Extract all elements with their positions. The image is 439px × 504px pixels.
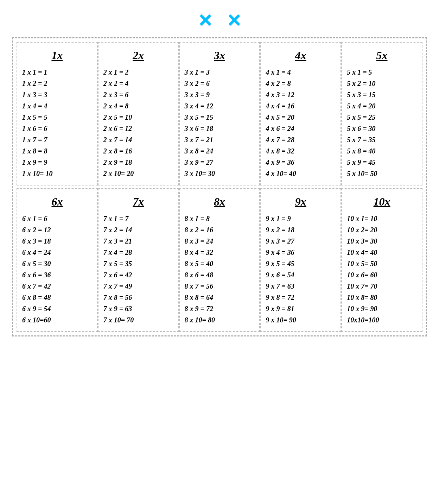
equation-line: 2 x 3 = 6 xyxy=(103,89,173,100)
table-cell-2x: 2x2 x 1 = 22 x 2 = 42 x 3 = 62 x 4 = 82 … xyxy=(98,42,179,185)
equation-line: 7 x 10= 70 xyxy=(103,315,173,326)
table-row-1: 1x1 x 1 = 11 x 2 = 21 x 3 = 31 x 4 = 41 … xyxy=(17,42,422,185)
equation-line: 4 x 10= 40 xyxy=(266,168,336,179)
equation-line: 3 x 3 = 9 xyxy=(185,89,255,100)
equation-line: 6 x 2 = 12 xyxy=(22,225,92,235)
equation-line: 7 x 7 = 49 xyxy=(103,281,173,292)
equation-line: 1 x 6 = 6 xyxy=(22,123,92,134)
equation-line: 2 x 5 = 10 xyxy=(103,112,173,123)
equation-line: 4 x 1 = 4 xyxy=(266,67,336,78)
equation-line: 9 x 3 = 27 xyxy=(266,236,336,247)
page-header: ✕ ✕ xyxy=(198,11,241,31)
equation-line: 4 x 4 = 16 xyxy=(266,101,336,112)
equation-line: 1 x 1 = 1 xyxy=(22,67,92,78)
equation-line: 8 x 1 = 8 xyxy=(185,213,255,224)
equation-line: 9 x 1 = 9 xyxy=(266,213,336,224)
equation-line: 6 x 5 = 30 xyxy=(22,258,92,269)
multiplier-header-8x: 8x xyxy=(185,195,255,208)
multiplier-header-7x: 7x xyxy=(103,195,173,208)
equation-line: 5 x 9 = 45 xyxy=(347,157,417,168)
equation-line: 3 x 7 = 21 xyxy=(185,134,255,145)
equation-line: 5 x 8 = 40 xyxy=(347,146,417,157)
equation-line: 10 x 3= 30 xyxy=(347,236,417,247)
equation-line: 2 x 2 = 4 xyxy=(103,78,173,89)
equation-line: 10 x 4= 40 xyxy=(347,247,417,258)
equation-line: 9 x 4 = 36 xyxy=(266,247,336,258)
equation-line: 1 x 5 = 5 xyxy=(22,112,92,123)
equation-line: 2 x 6 = 12 xyxy=(103,123,173,134)
equation-line: 3 x 2 = 6 xyxy=(185,78,255,89)
equation-line: 4 x 3 = 12 xyxy=(266,89,336,100)
equation-line: 4 x 2 = 8 xyxy=(266,78,336,89)
equation-line: 3 x 1 = 3 xyxy=(185,67,255,78)
equation-line: 2 x 9 = 18 xyxy=(103,157,173,168)
equation-line: 6 x 3 = 18 xyxy=(22,236,92,247)
equation-line: 5 x 7 = 35 xyxy=(347,134,417,145)
equation-line: 5 x 1 = 5 xyxy=(347,67,417,78)
equation-line: 6 x 8 = 48 xyxy=(22,292,92,303)
equation-line: 10 x 6= 60 xyxy=(347,270,417,281)
equation-line: 6 x 9 = 54 xyxy=(22,303,92,314)
multiplier-header-10x: 10x xyxy=(347,195,417,208)
equations-10x: 10 x 1= 1010 x 2= 2010 x 3= 3010 x 4= 40… xyxy=(347,213,417,326)
equation-line: 8 x 3 = 24 xyxy=(185,236,255,247)
table-cell-7x: 7x7 x 1 = 77 x 2 = 147 x 3 = 217 x 4 = 2… xyxy=(98,188,179,332)
equation-line: 3 x 9 = 27 xyxy=(185,157,255,168)
equation-line: 5 x 4 = 20 xyxy=(347,101,417,112)
equation-line: 8 x 2 = 16 xyxy=(185,225,255,235)
equation-line: 7 x 3 = 21 xyxy=(103,236,173,247)
multiplier-header-2x: 2x xyxy=(103,49,173,62)
equation-line: 10 x 9= 90 xyxy=(347,303,417,314)
multiplier-header-4x: 4x xyxy=(266,49,336,62)
left-x-icon: ✕ xyxy=(198,11,212,31)
equation-line: 2 x 8 = 16 xyxy=(103,146,173,157)
equation-line: 10 x 1= 10 xyxy=(347,213,417,224)
equation-line: 9 x 9 = 81 xyxy=(266,303,336,314)
equation-line: 1 x 3 = 3 xyxy=(22,89,92,100)
equation-line: 1 x 10= 10 xyxy=(22,168,92,179)
multiplier-header-6x: 6x xyxy=(22,195,92,208)
multiplier-header-1x: 1x xyxy=(22,49,92,62)
multiplier-header-3x: 3x xyxy=(185,49,255,62)
equation-line: 1 x 9 = 9 xyxy=(22,157,92,168)
table-cell-10x: 10x10 x 1= 1010 x 2= 2010 x 3= 3010 x 4=… xyxy=(341,188,422,332)
equation-line: 5 x 2 = 10 xyxy=(347,78,417,89)
equations-9x: 9 x 1 = 99 x 2 = 189 x 3 = 279 x 4 = 369… xyxy=(266,213,336,326)
equation-line: 9 x 2 = 18 xyxy=(266,225,336,235)
equation-line: 6 x 10=60 xyxy=(22,315,92,326)
equation-line: 10 x 8= 80 xyxy=(347,292,417,303)
equation-line: 7 x 4 = 28 xyxy=(103,247,173,258)
table-cell-1x: 1x1 x 1 = 11 x 2 = 21 x 3 = 31 x 4 = 41 … xyxy=(17,42,98,185)
equation-line: 10 x 2= 20 xyxy=(347,225,417,235)
equation-line: 8 x 9 = 72 xyxy=(185,303,255,314)
equation-line: 4 x 6 = 24 xyxy=(266,123,336,134)
equations-7x: 7 x 1 = 77 x 2 = 147 x 3 = 217 x 4 = 287… xyxy=(103,213,173,326)
equation-line: 9 x 5 = 45 xyxy=(266,258,336,269)
table-row-2: 6x6 x 1 = 66 x 2 = 126 x 3 = 186 x 4 = 2… xyxy=(17,188,422,332)
equation-line: 3 x 4 = 12 xyxy=(185,101,255,112)
equation-line: 1 x 7 = 7 xyxy=(22,134,92,145)
equation-line: 2 x 7 = 14 xyxy=(103,134,173,145)
equations-2x: 2 x 1 = 22 x 2 = 42 x 3 = 62 x 4 = 82 x … xyxy=(103,67,173,179)
equation-line: 9 x 7 = 63 xyxy=(266,281,336,292)
equation-line: 3 x 8 = 24 xyxy=(185,146,255,157)
equation-line: 9 x 6 = 54 xyxy=(266,270,336,281)
equation-line: 6 x 7 = 42 xyxy=(22,281,92,292)
table-cell-3x: 3x3 x 1 = 33 x 2 = 63 x 3 = 93 x 4 = 123… xyxy=(179,42,260,185)
equation-line: 5 x 10= 50 xyxy=(347,168,417,179)
equation-line: 7 x 5 = 35 xyxy=(103,258,173,269)
equations-3x: 3 x 1 = 33 x 2 = 63 x 3 = 93 x 4 = 123 x… xyxy=(185,67,255,179)
equations-6x: 6 x 1 = 66 x 2 = 126 x 3 = 186 x 4 = 246… xyxy=(22,213,92,326)
equation-line: 3 x 10= 30 xyxy=(185,168,255,179)
equation-line: 9 x 8 = 72 xyxy=(266,292,336,303)
equation-line: 5 x 5 = 25 xyxy=(347,112,417,123)
equation-line: 7 x 8 = 56 xyxy=(103,292,173,303)
main-container: 1x1 x 1 = 11 x 2 = 21 x 3 = 31 x 4 = 41 … xyxy=(12,37,427,336)
equation-line: 4 x 9 = 36 xyxy=(266,157,336,168)
table-cell-5x: 5x5 x 1 = 55 x 2 = 105 x 3 = 155 x 4 = 2… xyxy=(341,42,422,185)
equation-line: 8 x 8 = 64 xyxy=(185,292,255,303)
row-separator xyxy=(17,185,422,188)
equation-line: 6 x 4 = 24 xyxy=(22,247,92,258)
equation-line: 8 x 7 = 56 xyxy=(185,281,255,292)
equation-line: 7 x 2 = 14 xyxy=(103,225,173,235)
